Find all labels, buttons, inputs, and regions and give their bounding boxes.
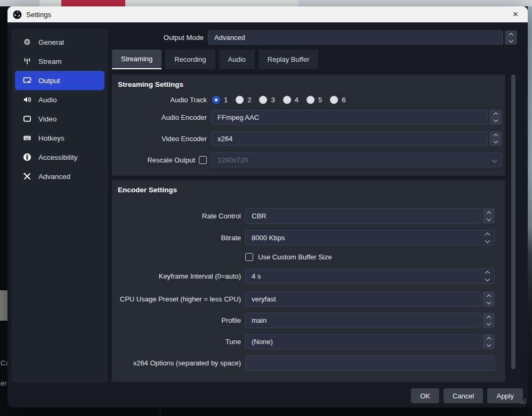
profile-value[interactable]: main <box>245 313 481 328</box>
keyframe-interval-row: Keyframe Interval (0=auto) 4 s <box>112 268 505 284</box>
radio-selected-icon[interactable] <box>212 96 220 104</box>
radio-label: 4 <box>295 96 299 104</box>
radio-icon[interactable] <box>259 96 267 104</box>
keyframe-interval-value[interactable]: 4 s <box>252 272 261 280</box>
chevron-up-icon[interactable] <box>485 271 490 276</box>
rate-control-value[interactable]: CBR <box>245 208 481 224</box>
tab-replay-buffer[interactable]: Replay Buffer <box>259 50 319 69</box>
output-mode-select[interactable]: Advanced <box>208 30 517 45</box>
combo-spinner[interactable] <box>489 131 502 146</box>
x264-options-input[interactable] <box>245 355 495 371</box>
group-title: Encoder Settings <box>112 180 505 194</box>
sidebar-item-label: Stream <box>38 58 62 66</box>
audio-track-radios: 1 2 3 4 5 <box>212 96 345 104</box>
bitrate-spinbox[interactable]: 8000 Kbps <box>245 230 495 246</box>
chevron-up-icon <box>486 315 490 320</box>
tab-streaming[interactable]: Streaming <box>112 50 162 69</box>
profile-select[interactable]: main <box>245 313 495 328</box>
settings-dialog: Settings × ⚙ General Stream <box>7 6 528 407</box>
close-icon[interactable]: × <box>509 7 522 21</box>
vertical-scrollbar[interactable] <box>511 75 515 369</box>
sidebar-item-advanced[interactable]: Advanced <box>15 167 104 186</box>
radio-option[interactable]: 4 <box>283 96 299 104</box>
combo-spinner[interactable] <box>489 110 502 125</box>
radio-icon[interactable] <box>330 96 338 104</box>
radio-icon[interactable] <box>307 96 315 104</box>
sidebar-item-label: Hotkeys <box>38 134 65 142</box>
chevron-down-icon[interactable] <box>485 276 490 282</box>
combo-spinner[interactable] <box>482 208 495 224</box>
dialog-footer: OK Cancel Apply <box>411 388 523 403</box>
radio-option[interactable]: 5 <box>307 96 322 104</box>
background-text-fragment: er <box>1 379 7 387</box>
video-encoder-value[interactable]: x264 <box>211 131 488 146</box>
radio-option[interactable]: 1 <box>212 96 228 104</box>
desktop-top-red-segment <box>61 0 125 6</box>
radio-label: 1 <box>224 96 228 104</box>
output-mode-value[interactable]: Advanced <box>208 30 503 45</box>
sidebar-item-label: Video <box>38 115 57 123</box>
video-encoder-row: Video Encoder x264 <box>112 131 505 146</box>
window-title: Settings <box>26 11 51 19</box>
keyboard-icon <box>22 133 32 143</box>
radio-icon[interactable] <box>236 96 244 104</box>
chevron-up-icon <box>493 112 497 117</box>
audio-encoder-label: Audio Encoder <box>112 113 207 121</box>
apply-button[interactable]: Apply <box>487 388 523 403</box>
cpu-preset-value[interactable]: veryfast <box>245 291 481 307</box>
radio-option[interactable]: 6 <box>330 96 345 104</box>
radio-option[interactable]: 3 <box>259 96 275 104</box>
cpu-preset-select[interactable]: veryfast <box>245 291 495 307</box>
tune-select[interactable]: (None) <box>245 334 495 349</box>
combo-spinner[interactable] <box>482 313 495 328</box>
chevron-down-icon[interactable] <box>485 238 490 243</box>
chevron-down-icon <box>509 38 513 42</box>
tune-value[interactable]: (None) <box>245 334 481 349</box>
titlebar[interactable]: Settings × <box>7 6 528 22</box>
combo-spinner[interactable] <box>505 30 517 45</box>
rate-control-select[interactable]: CBR <box>245 208 495 224</box>
chevron-up-icon[interactable] <box>485 233 490 238</box>
radio-label: 2 <box>247 96 251 104</box>
accessibility-icon <box>22 152 32 162</box>
profile-row: Profile main <box>112 313 505 328</box>
video-encoder-select[interactable]: x264 <box>211 131 502 146</box>
obs-logo-icon <box>13 10 22 19</box>
output-tabs: Streaming Recording Audio Replay Buffer <box>112 50 318 69</box>
resize-grip-icon[interactable] <box>520 397 526 406</box>
background-thumbnail-fragment <box>0 290 7 321</box>
sidebar-item-video[interactable]: Video <box>15 109 104 128</box>
sidebar-item-hotkeys[interactable]: Hotkeys <box>15 128 104 148</box>
custom-buffer-label: Use Custom Buffer Size <box>258 253 332 261</box>
bitrate-value[interactable]: 8000 Kbps <box>252 234 285 242</box>
sidebar-item-output[interactable]: Output <box>15 71 104 90</box>
audio-encoder-select[interactable]: FFmpeg AAC <box>211 110 502 125</box>
desktop-top-strip <box>0 0 532 6</box>
rescale-resolution-select: 1280x720 <box>211 152 502 167</box>
sidebar-item-audio[interactable]: Audio <box>15 90 104 109</box>
cancel-button[interactable]: Cancel <box>444 388 483 403</box>
audio-encoder-value[interactable]: FFmpeg AAC <box>211 110 488 125</box>
audio-icon <box>22 95 32 104</box>
combo-spinner[interactable] <box>482 334 495 349</box>
radio-option[interactable]: 2 <box>236 96 251 104</box>
cpu-preset-row: CPU Usage Preset (higher = less CPU) ver… <box>112 291 505 307</box>
custom-buffer-checkbox[interactable] <box>245 253 253 261</box>
chevron-up-icon <box>486 211 490 215</box>
tab-audio[interactable]: Audio <box>219 50 255 69</box>
rescale-output-row: Rescale Output 1280x720 <box>112 152 505 167</box>
combo-spinner[interactable] <box>482 291 495 307</box>
chevron-up-icon <box>509 32 513 37</box>
audio-track-label: Audio Track <box>112 96 207 104</box>
encoder-settings-group: Encoder Settings Rate Control CBR Bitrat… <box>112 180 505 382</box>
keyframe-interval-spinbox[interactable]: 4 s <box>245 268 495 284</box>
rescale-output-checkbox[interactable] <box>199 156 207 164</box>
sidebar-item-stream[interactable]: Stream <box>15 52 104 71</box>
ok-button[interactable]: OK <box>411 388 439 403</box>
sidebar-item-label: Audio <box>38 96 57 104</box>
radio-icon[interactable] <box>283 96 291 104</box>
custom-buffer-row: Use Custom Buffer Size <box>112 252 505 261</box>
sidebar-item-general[interactable]: ⚙ General <box>15 32 104 52</box>
tab-recording[interactable]: Recording <box>165 50 215 69</box>
sidebar-item-accessibility[interactable]: Accessibility <box>15 148 104 167</box>
